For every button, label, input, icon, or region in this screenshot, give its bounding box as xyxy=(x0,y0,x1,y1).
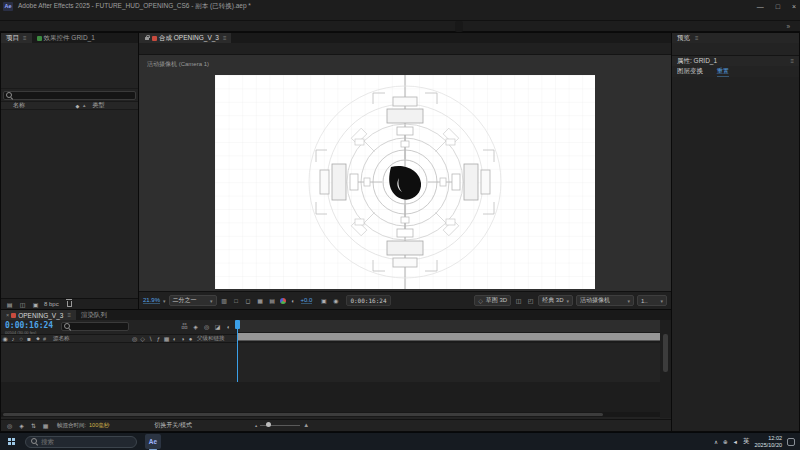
lock-column-icon[interactable]: ■ xyxy=(25,334,33,343)
timeline-search[interactable] xyxy=(61,322,129,331)
label-column-icon[interactable]: ◆ xyxy=(73,101,82,110)
close-icon[interactable]: × xyxy=(6,312,9,318)
tray-chevron-up-icon[interactable]: ∧ xyxy=(714,439,718,445)
sort-icon[interactable]: ▲ xyxy=(82,103,86,108)
viewer-timecode[interactable]: 0:00:16:24 xyxy=(346,295,390,306)
tab-project[interactable]: 项目 ≡ xyxy=(1,33,32,43)
timeline-horizontal-scrollbar[interactable] xyxy=(1,412,660,417)
playhead[interactable] xyxy=(237,320,238,382)
preview-panel-header[interactable]: 预览 ≡ xyxy=(672,33,799,43)
channels-icon[interactable] xyxy=(280,298,286,304)
show-snapshot-icon[interactable]: ◉ xyxy=(331,296,340,305)
tray-volume-icon[interactable]: ◄ xyxy=(733,439,738,445)
label-column-icon[interactable]: ◆ xyxy=(33,334,43,343)
draft-3d-toggle[interactable]: ◇ 草图 3D xyxy=(474,295,511,306)
switch-frame-blend-icon[interactable]: ▦ xyxy=(163,334,170,343)
tab-effect-controls[interactable]: 效果控件 GRID_1 xyxy=(32,33,100,43)
toggle-switches-modes-button[interactable]: 切换开关/模式 xyxy=(154,421,192,430)
column-name[interactable]: 名称 xyxy=(13,101,25,110)
panel-menu-icon[interactable]: ≡ xyxy=(67,312,71,318)
taskbar-search-input[interactable] xyxy=(41,438,121,445)
switch-collapse-icon[interactable]: ◇ xyxy=(139,334,146,343)
taskbar-search[interactable] xyxy=(25,436,137,448)
viewer-zoom-dropdown[interactable]: 21.9% xyxy=(143,297,160,304)
tab-render-queue[interactable]: 渲染队列 xyxy=(76,310,112,320)
switch-3d-icon[interactable]: ● xyxy=(187,334,194,343)
properties-panel-header[interactable]: 属性: GRID_1 ≡ xyxy=(672,56,799,66)
time-ruler[interactable] xyxy=(237,320,660,333)
timeline-timecode[interactable]: 0:00:16:24 xyxy=(5,321,53,330)
tab-timeline-comp[interactable]: × OPENING_V_3 ≡ xyxy=(1,310,76,320)
tray-network-icon[interactable]: ⊕ xyxy=(723,439,728,445)
trash-icon[interactable] xyxy=(67,301,72,307)
motion-blur-toggle-icon[interactable]: ◐ xyxy=(224,322,233,331)
exposure-value[interactable]: +0.0 xyxy=(301,297,313,304)
interpret-footage-icon[interactable]: ▤ xyxy=(5,300,14,309)
transform-section-row[interactable]: 图层变换 重置 xyxy=(672,66,799,77)
viewer-lock-icon[interactable] xyxy=(145,37,149,40)
resolution-dropdown[interactable]: 二分之一 ▾ xyxy=(169,295,217,306)
parent-link-column[interactable]: 父级和链接 xyxy=(197,335,225,342)
zoom-out-icon[interactable]: ▴ xyxy=(255,423,257,428)
column-type[interactable]: 类型 xyxy=(92,101,104,110)
region-of-interest-icon[interactable]: ◻ xyxy=(244,296,253,305)
timeline-search-input[interactable] xyxy=(73,324,126,330)
reset-link[interactable]: 重置 xyxy=(717,67,729,77)
transparency-icon[interactable]: ▦ xyxy=(41,421,50,430)
switch-shy-icon[interactable]: ◎ xyxy=(131,334,138,343)
panel-menu-icon[interactable]: ≡ xyxy=(223,35,227,41)
solo-column-icon[interactable]: ○ xyxy=(17,334,25,343)
start-button[interactable] xyxy=(8,438,15,445)
exposure-icon[interactable]: ◐ xyxy=(289,296,298,305)
draft-3d-toggle-icon[interactable]: ◈ xyxy=(191,322,200,331)
maximize-button[interactable]: □ xyxy=(776,3,780,10)
switch-quality-icon[interactable]: ∖ xyxy=(147,334,154,343)
new-folder-icon[interactable]: ◫ xyxy=(18,300,27,309)
new-composition-icon[interactable]: ▣ xyxy=(31,300,40,309)
taskbar-ae-app[interactable]: Ae xyxy=(145,434,161,449)
notification-center-icon[interactable] xyxy=(787,438,795,446)
zoom-slider-thumb[interactable] xyxy=(266,422,271,427)
close-button[interactable]: × xyxy=(792,3,796,10)
graph-editor-icon[interactable]: ◈ xyxy=(17,421,26,430)
safe-margins-icon[interactable]: ▥ xyxy=(220,296,229,305)
switch-adjustment-icon[interactable]: ◑ xyxy=(179,334,186,343)
source-name-column[interactable]: 源名称 xyxy=(53,335,70,342)
minimize-button[interactable]: — xyxy=(757,3,764,10)
timeline-zoom-slider[interactable]: ▴ ▲ xyxy=(255,422,309,428)
transparency-grid-icon[interactable]: ▦ xyxy=(256,296,265,305)
comp-viewer[interactable]: 活动摄像机 (Camera 1) xyxy=(139,55,671,291)
panel-menu-icon[interactable]: ≡ xyxy=(790,58,794,64)
zoom-in-icon[interactable]: ▲ xyxy=(303,422,309,428)
panel-menu-icon[interactable]: ≡ xyxy=(695,35,699,41)
active-camera-dropdown[interactable]: 活动摄像机 ▾ xyxy=(576,295,634,306)
project-columns-header[interactable]: 名称 ◆ ▲ 类型 xyxy=(1,101,138,110)
work-area-bar[interactable] xyxy=(237,333,660,341)
audio-column-icon[interactable]: ♪ xyxy=(9,334,17,343)
mask-visibility-icon[interactable]: □ xyxy=(232,296,241,305)
ground-plane-icon[interactable]: ◫ xyxy=(514,296,523,305)
view-layout-dropdown[interactable]: 1.. ▾ xyxy=(637,295,667,306)
playhead-head[interactable] xyxy=(235,320,240,329)
tab-composition[interactable]: 合成 OPENING_V_3 ≡ xyxy=(139,33,231,43)
comp-mini-flowchart-icon[interactable]: 品 xyxy=(180,322,189,331)
extended-viewer-icon[interactable]: ◰ xyxy=(526,296,535,305)
guides-icon[interactable]: ▤ xyxy=(268,296,277,305)
switch-fx-icon[interactable]: ƒ xyxy=(155,334,162,343)
workspace-overflow-button[interactable]: » xyxy=(780,21,796,32)
tray-language[interactable]: 英 xyxy=(743,437,750,446)
tray-clock[interactable]: 12:02 2025/10/20 xyxy=(754,435,782,449)
project-search[interactable] xyxy=(3,91,136,100)
project-bpc[interactable]: 8 bpc xyxy=(44,301,59,307)
comp-flowchart-icon[interactable]: ◎ xyxy=(5,421,14,430)
switch-motion-blur-icon[interactable]: ◐ xyxy=(171,334,178,343)
frame-blend-toggle-icon[interactable]: ◪ xyxy=(213,322,222,331)
shy-toggle-icon[interactable]: ◎ xyxy=(202,322,211,331)
project-search-input[interactable] xyxy=(15,93,133,99)
renderer-dropdown[interactable]: 经典 3D ▾ xyxy=(538,295,573,306)
expand-layers-icon[interactable]: ⇅ xyxy=(29,421,38,430)
snapshot-icon[interactable]: ▣ xyxy=(319,296,328,305)
panel-menu-icon[interactable]: ≡ xyxy=(23,35,27,41)
eye-column-icon[interactable]: ◉ xyxy=(1,334,9,343)
timeline-vertical-scrollbar[interactable] xyxy=(660,320,671,418)
